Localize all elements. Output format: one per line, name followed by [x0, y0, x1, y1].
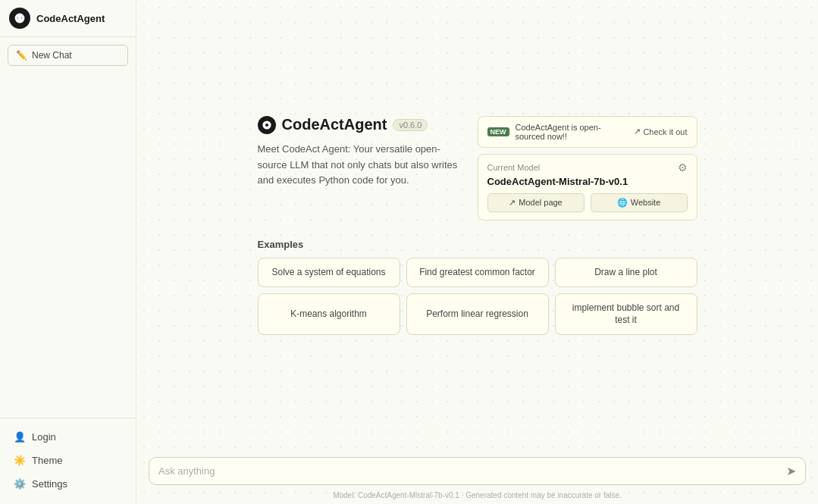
sun-icon: ☀️ [14, 455, 26, 466]
main-panel: CodeActAgent v0.6.0 Meet CodeAct Agent: … [136, 0, 818, 504]
app-title-row: CodeActAgent v0.6.0 [258, 116, 462, 134]
sidebar-header: CodeActAgent [0, 0, 136, 37]
right-panel: NEW CodeActAgent is open-sourced now!! ↗… [478, 116, 697, 221]
announcement-banner: NEW CodeActAgent is open-sourced now!! ↗… [478, 116, 697, 148]
app-title: CodeActAgent [282, 116, 387, 133]
svg-point-3 [265, 124, 268, 127]
website-label: Website [631, 198, 661, 207]
new-chat-button[interactable]: ✏️ New Chat [8, 45, 128, 66]
example-btn-4[interactable]: Perform linear regression [406, 293, 549, 336]
examples-title: Examples [258, 239, 697, 250]
login-label: Login [32, 431, 56, 443]
check-it-out-label: Check it out [643, 127, 687, 136]
send-icon: ➤ [786, 464, 796, 478]
sidebar-item-login[interactable]: 👤 Login [8, 426, 128, 448]
send-button[interactable]: ➤ [786, 464, 796, 478]
model-label: Current Model [487, 163, 541, 172]
model-card-links: ↗ Model page 🌐 Website [487, 193, 688, 212]
example-btn-0[interactable]: Solve a system of equations [258, 258, 400, 287]
website-button[interactable]: 🌐 Website [591, 193, 688, 212]
chat-input[interactable] [158, 465, 780, 477]
new-badge: NEW [487, 127, 509, 136]
model-page-label: Model page [519, 198, 563, 207]
input-area: ➤ [136, 451, 818, 488]
model-card-header: Current Model ⚙ [487, 162, 688, 173]
examples-section: Examples Solve a system of equations Fin… [258, 239, 697, 335]
sidebar: CodeActAgent ✏️ New Chat 👤 Login ☀️ Them… [0, 0, 136, 504]
example-btn-1[interactable]: Find greatest common factor [406, 258, 549, 287]
sidebar-logo-icon [9, 8, 30, 29]
example-btn-2[interactable]: Draw a line plot [555, 258, 697, 287]
sidebar-item-settings[interactable]: ⚙️ Settings [8, 473, 128, 495]
announcement-text: CodeActAgent is open-sourced now!! [516, 123, 628, 141]
check-it-out-link[interactable]: ↗ Check it out [634, 127, 687, 136]
website-icon: 🌐 [617, 198, 628, 208]
app-description: Meet CodeAct Agent: Your versatile open-… [258, 142, 462, 189]
model-page-button[interactable]: ↗ Model page [487, 193, 585, 212]
check-it-out-arrow: ↗ [634, 127, 641, 136]
svg-point-1 [18, 17, 22, 20]
settings-label: Settings [32, 478, 67, 490]
sidebar-bottom: 👤 Login ☀️ Theme ⚙️ Settings [0, 418, 136, 504]
user-icon: 👤 [14, 431, 26, 443]
example-btn-3[interactable]: K-means algorithm [258, 293, 400, 336]
model-page-icon: ↗ [509, 198, 516, 208]
model-footer: Model: CodeActAgent-Mistral-7b-v0.1 · Ge… [136, 488, 818, 504]
settings-icon: ⚙️ [14, 478, 26, 490]
left-panel: CodeActAgent v0.6.0 Meet CodeAct Agent: … [258, 116, 462, 221]
center-area: CodeActAgent v0.6.0 Meet CodeAct Agent: … [258, 116, 697, 221]
theme-label: Theme [32, 455, 62, 466]
app-logo-icon [258, 116, 276, 134]
examples-grid: Solve a system of equations Find greates… [258, 258, 697, 335]
model-card: Current Model ⚙ CodeActAgent-Mistral-7b-… [478, 154, 697, 221]
new-chat-plus-icon: ✏️ [16, 50, 27, 61]
new-chat-label: New Chat [32, 50, 72, 61]
model-settings-button[interactable]: ⚙ [678, 162, 688, 173]
version-badge: v0.6.0 [393, 119, 428, 131]
brand-name: CodeActAgent [36, 13, 105, 24]
sidebar-item-theme[interactable]: ☀️ Theme [8, 449, 128, 471]
example-btn-5[interactable]: implement bubble sort and test it [555, 293, 697, 336]
model-name: CodeActAgent-Mistral-7b-v0.1 [487, 176, 688, 187]
main-content: CodeActAgent v0.6.0 Meet CodeAct Agent: … [136, 0, 818, 451]
input-wrapper: ➤ [149, 457, 806, 485]
